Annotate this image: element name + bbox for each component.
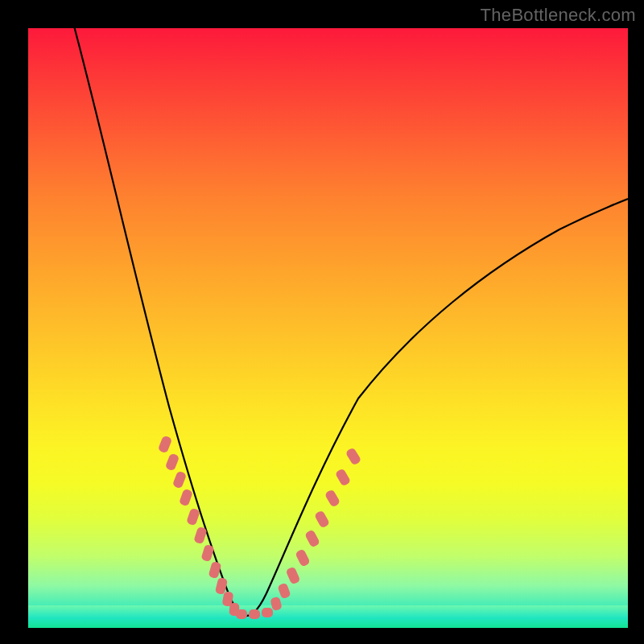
plot-area [28, 28, 628, 628]
svg-rect-11 [236, 609, 247, 619]
svg-rect-20 [324, 489, 341, 507]
svg-rect-14 [270, 597, 283, 611]
svg-rect-3 [179, 489, 193, 507]
svg-rect-7 [208, 561, 221, 580]
svg-rect-0 [158, 435, 173, 453]
marker-group [158, 435, 362, 619]
svg-rect-6 [200, 544, 214, 563]
bottleneck-curve-path [72, 28, 628, 616]
svg-rect-1 [165, 452, 180, 471]
svg-rect-15 [277, 582, 291, 599]
svg-rect-4 [186, 508, 200, 526]
svg-rect-22 [345, 447, 362, 465]
svg-rect-12 [249, 609, 260, 619]
watermark-text: TheBottleneck.com [481, 5, 636, 26]
svg-rect-18 [304, 529, 320, 547]
svg-rect-13 [262, 608, 273, 617]
svg-rect-2 [172, 471, 187, 489]
chart-svg [28, 28, 628, 628]
svg-rect-17 [295, 548, 311, 567]
svg-rect-16 [285, 566, 300, 584]
svg-rect-21 [335, 468, 352, 486]
svg-rect-19 [314, 510, 330, 528]
outer-frame: TheBottleneck.com [0, 0, 644, 644]
